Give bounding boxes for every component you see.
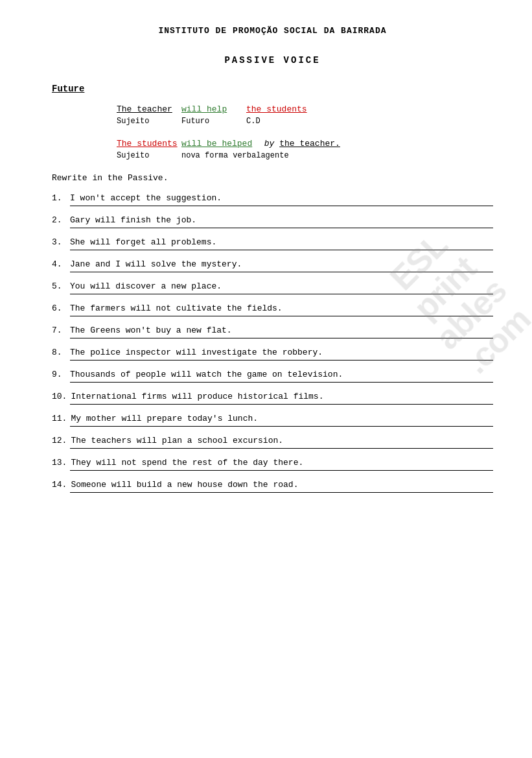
- answer-line: [70, 404, 493, 405]
- exercise-line: 9.Thousands of people will watch the gam…: [52, 370, 493, 379]
- answer-line: [70, 316, 493, 316]
- exercise-text: You will discover a new place.: [70, 281, 493, 291]
- example2-label-subject: Sujeito: [117, 151, 181, 160]
- example-2-words: The students will be helped by the teach…: [117, 139, 493, 148]
- exercise-line: 13.They will not spend the rest of the d…: [52, 458, 493, 468]
- example-2: The students will be helped by the teach…: [117, 139, 493, 160]
- exercise-number: 7.: [52, 326, 66, 335]
- exercise-text: The Greens won't buy a new flat.: [70, 326, 493, 335]
- exercise-text: Gary will finish the job.: [70, 215, 493, 225]
- example1-subject: The teacher: [117, 104, 181, 114]
- answer-line: [70, 338, 493, 338]
- institution-header: INSTITUTO DE PROMOÇÃO SOCIAL DA BAIRRADA: [52, 26, 493, 36]
- exercise-line: 3.She will forget all problems.: [52, 237, 493, 247]
- exercise-line: 6.The farmers will not cultivate the fie…: [52, 303, 493, 313]
- answer-line: [70, 360, 493, 361]
- exercise-number: 14.: [52, 480, 67, 490]
- exercise-line: 12.The teachers will plan a school excur…: [52, 436, 493, 445]
- exercise-number: 1.: [52, 193, 66, 203]
- exercise-text: The farmers will not cultivate the field…: [70, 303, 493, 313]
- example1-label-object: C.D: [246, 117, 311, 126]
- answer-line: [70, 492, 493, 493]
- exercise-item: 8.The police inspector will investigate …: [52, 348, 493, 361]
- exercise-line: 7.The Greens won't buy a new flat.: [52, 326, 493, 335]
- exercise-item: 2.Gary will finish the job.: [52, 215, 493, 228]
- example-2-labels: Sujeito nova forma verbal agente: [117, 151, 493, 160]
- exercise-text: Thousands of people will watch the game …: [70, 370, 493, 379]
- section-title-text: Future: [52, 84, 84, 94]
- page-subtitle: PASSIVE VOICE: [52, 55, 493, 65]
- exercise-number: 2.: [52, 215, 66, 225]
- exercise-line: 1.I won't accept the suggestion.: [52, 193, 493, 203]
- exercise-text: Someone will build a new house down the …: [71, 480, 493, 490]
- exercise-item: 3.She will forget all problems.: [52, 237, 493, 250]
- exercise-number: 13.: [52, 458, 67, 468]
- example2-agent: the teacher.: [279, 139, 340, 148]
- answer-line: [70, 448, 493, 449]
- section-title: Future: [52, 84, 493, 94]
- exercise-line: 8.The police inspector will investigate …: [52, 348, 493, 357]
- institution-title: INSTITUTO DE PROMOÇÃO SOCIAL DA BAIRRADA: [158, 26, 386, 36]
- example2-subject: The students: [117, 139, 181, 148]
- exercises-list: 1.I won't accept the suggestion.2.Gary w…: [52, 193, 493, 493]
- exercise-item: 9.Thousands of people will watch the gam…: [52, 370, 493, 383]
- exercise-line: 4.Jane and I will solve the mystery.: [52, 259, 493, 269]
- exercise-number: 12.: [52, 436, 67, 445]
- exercise-number: 6.: [52, 303, 66, 313]
- exercise-item: 13.They will not spend the rest of the d…: [52, 458, 493, 471]
- exercise-number: 9.: [52, 370, 66, 379]
- exercise-text: They will not spend the rest of the day …: [71, 458, 493, 468]
- example-1: The teacher will help the students Sujei…: [117, 104, 493, 126]
- exercise-item: 6.The farmers will not cultivate the fie…: [52, 303, 493, 316]
- exercise-text: The police inspector will investigate th…: [70, 348, 493, 357]
- exercise-number: 8.: [52, 348, 66, 357]
- exercise-line: 11.My mother will prepare today's lunch.: [52, 414, 493, 423]
- exercise-text: Jane and I will solve the mystery.: [70, 259, 493, 269]
- example1-label-subject: Sujeito: [117, 117, 181, 126]
- exercise-line: 10.International firms will produce hist…: [52, 392, 493, 401]
- example1-object: the students: [246, 104, 311, 114]
- exercise-line: 14.Someone will build a new house down t…: [52, 480, 493, 490]
- answer-line: [70, 250, 493, 250]
- answer-line: [70, 228, 493, 228]
- answer-line: [70, 206, 493, 206]
- answer-line: [70, 382, 493, 383]
- exercise-item: 5.You will discover a new place.: [52, 281, 493, 294]
- exercise-text: International firms will produce histori…: [71, 392, 493, 401]
- exercise-number: 11.: [52, 414, 67, 423]
- example2-label-verb: nova forma verbal: [181, 151, 260, 160]
- exercise-text: I won't accept the suggestion.: [70, 193, 493, 203]
- answer-line: [70, 470, 493, 471]
- worksheet-title: PASSIVE VOICE: [224, 55, 320, 65]
- exercise-item: 12.The teachers will plan a school excur…: [52, 436, 493, 449]
- exercise-text: The teachers will plan a school excursio…: [71, 436, 493, 445]
- exercise-text: She will forget all problems.: [70, 237, 493, 247]
- exercise-number: 5.: [52, 281, 66, 291]
- exercise-text: My mother will prepare today's lunch.: [71, 414, 493, 423]
- example2-label-agent: agente: [260, 151, 325, 160]
- exercise-line: 2.Gary will finish the job.: [52, 215, 493, 225]
- exercise-number: 10.: [52, 392, 67, 401]
- exercise-item: 7.The Greens won't buy a new flat.: [52, 326, 493, 338]
- answer-line: [70, 272, 493, 272]
- exercise-number: 4.: [52, 259, 66, 269]
- exercise-item: 1.I won't accept the suggestion.: [52, 193, 493, 206]
- example1-verb: will help: [181, 104, 246, 114]
- example-1-labels: Sujeito Futuro C.D: [117, 117, 493, 126]
- exercise-line: 5.You will discover a new place.: [52, 281, 493, 291]
- exercise-item: 4.Jane and I will solve the mystery.: [52, 259, 493, 272]
- example1-label-verb: Futuro: [181, 117, 246, 126]
- exercise-item: 10.International firms will produce hist…: [52, 392, 493, 405]
- example-1-words: The teacher will help the students: [117, 104, 493, 114]
- instructions: Rewrite in the Passive.: [52, 173, 493, 183]
- answer-line: [70, 294, 493, 294]
- instructions-text: Rewrite in the Passive.: [52, 173, 168, 183]
- example2-by: by: [259, 139, 279, 148]
- example2-verb: will be helped: [181, 139, 259, 148]
- exercise-number: 3.: [52, 237, 66, 247]
- exercise-item: 11.My mother will prepare today's lunch.: [52, 414, 493, 427]
- exercise-item: 14.Someone will build a new house down t…: [52, 480, 493, 493]
- answer-line: [70, 426, 493, 427]
